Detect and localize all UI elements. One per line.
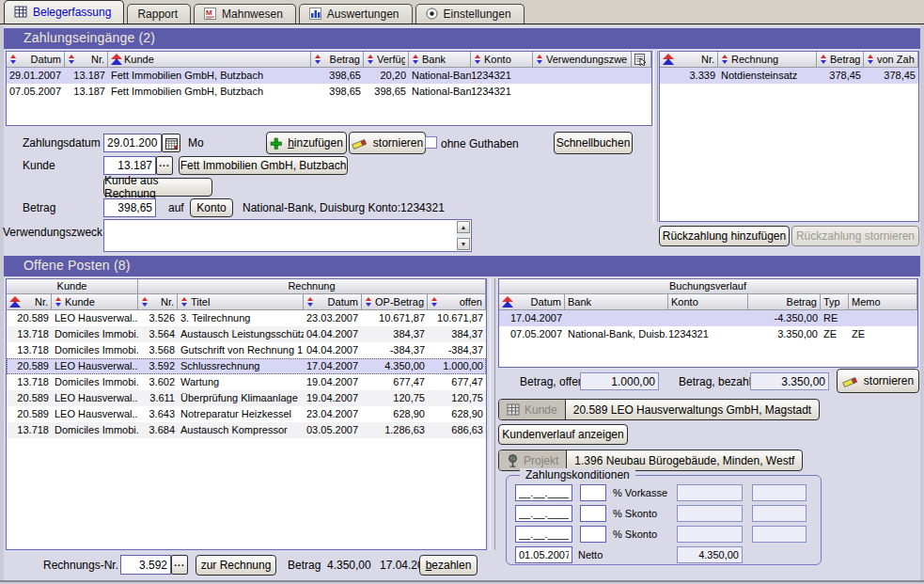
purpose-textarea[interactable]: ▲ ▼ <box>103 219 472 252</box>
scroll-up-icon[interactable]: ▲ <box>457 221 470 233</box>
tab-rapport[interactable]: Rapport <box>127 4 191 24</box>
cell: ZE <box>849 326 917 342</box>
condition-3-amount[interactable] <box>677 526 743 543</box>
condition-2-pct[interactable] <box>580 505 606 522</box>
account-button[interactable]: Konto <box>190 198 233 217</box>
customer-segmented-button[interactable]: Kunde 20.589 LEO Hausverwaltungs GmbH, M… <box>498 399 820 420</box>
condition-1-date[interactable] <box>515 484 572 501</box>
col-header-rechnung-nr[interactable]: Nr. <box>138 294 178 310</box>
booking-grid-header: Datum Bank Konto Betrag Typ Memo <box>499 294 917 310</box>
cell-konto: 1234321 <box>471 68 533 84</box>
col-header-von-zahlung[interactable]: von Zahlung <box>864 52 918 68</box>
open-item-row-2[interactable]: 13.718 Domiciles Immobi... 3.564 Austaus… <box>7 326 486 342</box>
col-header-verfuegb[interactable]: Verfügb <box>364 52 409 68</box>
cell-betrag: 378,45 <box>817 68 864 84</box>
paid-amount-field[interactable] <box>750 372 829 390</box>
payments-row-2[interactable]: 07.05.2007 13.187 Fett Immobilien GmbH, … <box>7 84 651 100</box>
invoice-lookup-button[interactable]: ... <box>171 555 188 575</box>
no-credit-checkbox[interactable] <box>425 136 437 149</box>
col-header-kunde[interactable]: Kunde <box>52 294 138 310</box>
col-header-kunde[interactable]: Kunde <box>108 52 311 68</box>
customer-no-input[interactable] <box>103 156 156 175</box>
scroll-down-icon[interactable]: ▼ <box>457 238 470 250</box>
group-header-buchungsverlauf: Buchungsverlauf <box>499 279 917 294</box>
pay-button[interactable]: bezahlen <box>419 555 478 576</box>
col-header-offen[interactable]: offen <box>428 294 486 310</box>
col-header-betrag[interactable]: Betrag <box>748 294 821 310</box>
customer-from-invoice-button[interactable]: Kunde aus Rechnung <box>103 178 212 197</box>
amount-input[interactable] <box>103 198 156 217</box>
vertical-splitter-top[interactable] <box>653 51 658 222</box>
col-header-kunde-nr[interactable]: Nr. <box>7 294 52 310</box>
condition-1-amount2[interactable] <box>752 484 807 501</box>
col-header-verwendungszweck[interactable]: Verwendungszwe <box>533 52 632 68</box>
tab-einstellungen[interactable]: Einstellungen <box>415 4 525 24</box>
open-amount-field[interactable] <box>580 372 659 390</box>
booking-row-1[interactable]: 17.04.2007 -4.350,00 RE <box>499 310 917 326</box>
condition-1-amount[interactable] <box>677 484 743 501</box>
netto-amount-field[interactable] <box>677 546 743 563</box>
customer-lookup-button[interactable]: ... <box>156 156 173 175</box>
col-header-betrag[interactable]: Betrag <box>311 52 364 68</box>
open-item-row-8[interactable]: 13.718 Domiciles Immobi... 3.684 Austaus… <box>7 422 486 438</box>
col-header-datum[interactable]: Datum <box>499 294 565 310</box>
col-header-datum[interactable]: Datum <box>7 52 65 68</box>
col-header-konto[interactable]: Konto <box>668 294 748 310</box>
invoice-no-input[interactable] <box>120 555 171 575</box>
condition-1-pct[interactable] <box>580 484 606 501</box>
condition-2-amount[interactable] <box>677 505 743 522</box>
open-item-row-1[interactable]: 20.589 LEO Hausverwal... 3.526 3. Teilre… <box>7 310 486 326</box>
col-header-bank[interactable]: Bank <box>409 52 471 68</box>
cell: 07.05.2007 <box>499 326 565 342</box>
col-header-nr[interactable]: Nr. <box>660 52 718 68</box>
open-item-row-5[interactable]: 13.718 Domiciles Immobi... 3.602 Wartung… <box>7 374 486 390</box>
payments-row-1[interactable]: 29.01.2007 13.187 Fett Immobilien GmbH, … <box>7 68 651 84</box>
condition-3-amount2[interactable] <box>752 526 807 543</box>
col-header-op-betrag[interactable]: OP-Betrag <box>362 294 428 310</box>
cancel-booking-button[interactable]: stornieren <box>837 369 919 393</box>
quickbook-button[interactable]: Schnellbuchen <box>554 132 633 154</box>
condition-2-date[interactable] <box>515 505 572 522</box>
allocations-grid-header: Nr. Rechnung Betrag von Zahlung <box>660 52 918 68</box>
col-header-rechnung[interactable]: Rechnung <box>718 52 817 68</box>
booking-row-2[interactable]: 07.05.2007 National-Bank, Duisb... 12343… <box>499 326 917 342</box>
cell: Gutschrift von Rechnung 1... <box>178 342 304 358</box>
condition-3-date[interactable] <box>515 526 572 543</box>
open-item-row-7[interactable]: 20.589 LEO Hausverwal... 3.643 Notrepara… <box>7 406 486 422</box>
condition-3-pct[interactable] <box>580 526 606 543</box>
col-header-titel[interactable]: Titel <box>178 294 304 310</box>
tab-belegerfassung[interactable]: Belegerfassung <box>4 0 124 24</box>
refund-add-button[interactable]: Rückzahlung hinzufügen <box>659 226 790 246</box>
cancel-payment-button[interactable]: stornieren <box>349 132 426 154</box>
col-header-bank[interactable]: Bank <box>565 294 668 310</box>
payment-date-input[interactable] <box>103 134 162 152</box>
customer-history-button[interactable]: Kundenverlauf anzeigen <box>498 424 628 445</box>
refund-cancel-button[interactable]: Rückzahlung stornieren <box>791 226 919 246</box>
col-header-betrag[interactable]: Betrag <box>817 52 864 68</box>
customer-name-button[interactable]: Fett Immobilien GmbH, Butzbach <box>179 156 348 175</box>
col-header-nr[interactable]: Nr. <box>65 52 108 68</box>
tab-mahnwesen[interactable]: M Mahnwesen <box>194 4 296 24</box>
cell-verwendungszweck <box>533 68 650 84</box>
allocations-row-1[interactable]: 3.339 Notdiensteinsatz 378,45 378,45 <box>660 68 918 84</box>
netto-date-field[interactable] <box>515 546 572 563</box>
col-header-konto[interactable]: Konto <box>471 52 533 68</box>
sort-icon <box>55 297 63 307</box>
condition-2-amount2[interactable] <box>752 505 807 522</box>
open-item-row-4-selected[interactable]: 20.589 LEO Hausverwal... 3.592 Schlussre… <box>7 358 486 374</box>
col-header-memo[interactable]: Memo <box>849 294 917 310</box>
open-item-row-3[interactable]: 13.718 Domiciles Immobi... 3.568 Gutschr… <box>7 342 486 358</box>
purpose-scrollbar[interactable]: ▲ ▼ <box>457 221 470 250</box>
to-invoice-button[interactable]: zur Rechnung <box>196 555 276 576</box>
cell: National-Bank, Duisb... <box>565 326 668 342</box>
open-item-row-6[interactable]: 20.589 LEO Hausverwal... 3.611 Überprüfu… <box>7 390 486 406</box>
cell-kunde: Fett Immobilien GmbH, Butzbach <box>108 84 311 100</box>
calendar-button[interactable] <box>162 134 180 152</box>
column-options-button[interactable] <box>632 52 651 68</box>
add-payment-button[interactable]: hinzufügen <box>266 132 347 154</box>
col-header-datum[interactable]: Datum <box>304 294 362 310</box>
cell: 19.04.2007 <box>304 374 362 390</box>
tab-auswertungen[interactable]: Auswertungen <box>299 4 413 24</box>
col-header-typ[interactable]: Typ <box>821 294 849 310</box>
vertical-splitter-bottom[interactable] <box>490 278 495 550</box>
